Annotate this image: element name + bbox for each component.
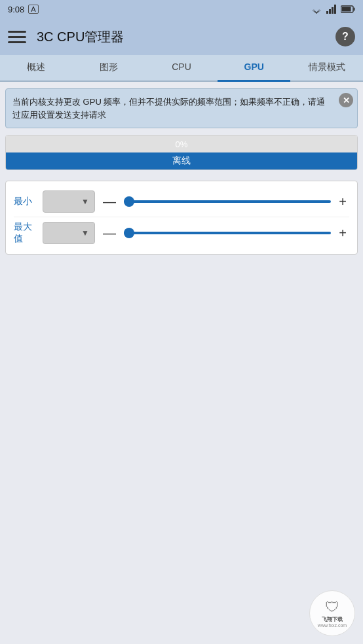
freq-control-card: 最小 ▼ — + 最大值 ▼ — + [5, 181, 358, 255]
freq-min-minus-button[interactable]: — [100, 194, 119, 209]
freq-max-plus-button[interactable]: + [336, 226, 349, 241]
status-bar: 9:08 A [0, 0, 363, 18]
watermark-text1: 飞翔下载 [322, 616, 343, 623]
tab-scene[interactable]: 情景模式 [290, 55, 363, 82]
progress-percent: 0% [176, 139, 188, 149]
freq-min-dropdown-arrow-icon: ▼ [81, 197, 89, 206]
watermark: 🛡 飞翔下载 www.fxxz.com [309, 590, 355, 636]
main-content: 当前内核支持更改 GPU 频率，但并不提供实际的频率范围；如果频率不正确，请通过… [0, 82, 363, 268]
freq-min-slider-wrap [124, 200, 331, 203]
toolbar: 3C CPU管理器 ? [0, 18, 363, 55]
tab-bar: 概述 图形 CPU GPU 情景模式 [0, 55, 363, 82]
status-time: 9:08 [8, 5, 24, 14]
signal-icon [326, 5, 337, 14]
progress-status: 离线 [6, 152, 357, 170]
status-icons [311, 5, 355, 14]
progress-container: 0% 离线 [5, 135, 358, 170]
notice-text: 当前内核支持更改 GPU 频率，但并不提供实际的频率范围；如果频率不正确，请通过… [12, 97, 325, 120]
svg-rect-9 [342, 7, 351, 12]
freq-max-slider-wrap [124, 232, 331, 234]
menu-button[interactable] [8, 27, 26, 46]
svg-rect-5 [332, 7, 334, 14]
menu-line-3 [8, 41, 26, 43]
freq-max-label: 最大值 [14, 221, 37, 245]
freq-min-row: 最小 ▼ — + [14, 187, 349, 217]
wifi-icon [311, 5, 322, 14]
freq-min-label: 最小 [14, 196, 37, 207]
app-title: 3C CPU管理器 [37, 28, 325, 46]
status-time-area: 9:08 A [8, 5, 39, 14]
menu-line-1 [8, 31, 26, 33]
freq-max-row: 最大值 ▼ — + [14, 217, 349, 249]
tab-graph[interactable]: 图形 [73, 55, 145, 82]
divider [5, 174, 358, 181]
freq-max-dropdown-arrow-icon: ▼ [81, 228, 89, 238]
svg-rect-6 [334, 5, 336, 14]
notice-close-button[interactable]: ✕ [339, 93, 353, 107]
tab-overview[interactable]: 概述 [0, 55, 73, 82]
tab-cpu[interactable]: CPU [145, 55, 218, 82]
freq-min-slider[interactable] [124, 200, 331, 203]
progress-bar-wrap: 0% [6, 135, 357, 152]
menu-line-2 [8, 36, 26, 38]
notice-banner: 当前内核支持更改 GPU 频率，但并不提供实际的频率范围；如果频率不正确，请通过… [5, 88, 358, 128]
freq-min-plus-button[interactable]: + [336, 194, 349, 209]
freq-min-dropdown[interactable]: ▼ [43, 190, 95, 213]
watermark-text2: www.fxxz.com [318, 623, 347, 628]
help-button[interactable]: ? [335, 27, 355, 46]
watermark-icon: 🛡 [325, 599, 339, 616]
svg-rect-4 [329, 9, 331, 14]
freq-max-slider[interactable] [124, 232, 331, 234]
tab-gpu[interactable]: GPU [218, 55, 290, 82]
svg-rect-3 [326, 11, 328, 14]
battery-icon [341, 5, 355, 13]
status-indicator: A [28, 5, 38, 14]
freq-max-minus-button[interactable]: — [100, 226, 119, 241]
freq-max-dropdown[interactable]: ▼ [43, 222, 95, 244]
svg-rect-8 [354, 8, 355, 11]
